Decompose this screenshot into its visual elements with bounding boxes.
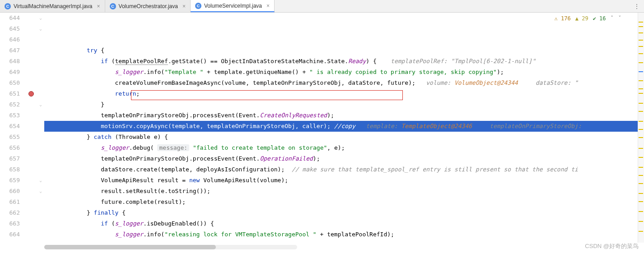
watermark: CSDN @好奇的菜鸟 [585,242,639,250]
code-line[interactable]: templateOnPrimaryStoreObj.processEvent(E… [44,110,644,121]
tab-label: VirtualMachineManagerImpl.java [14,3,93,9]
code-line[interactable]: VolumeApiResult result = new VolumeApiRe… [44,175,644,186]
stripe-mark[interactable] [639,211,643,212]
stripe-mark[interactable] [639,88,643,89]
fold-gutter[interactable]: ⌄⌄⌄⌄⌄ [37,13,44,243]
editor-tab[interactable]: CVolumeServiceImpl.java× [191,0,275,12]
stripe-mark[interactable] [639,157,643,158]
stripe-mark[interactable] [639,53,643,54]
editor-tabs: CVirtualMachineManagerImpl.java×CVolumeO… [0,0,644,13]
warning-icon[interactable]: ⚠ 176 [555,15,571,22]
java-class-icon: C [195,3,201,9]
close-icon[interactable]: × [182,3,186,9]
code-line[interactable]: if (s_logger.isDebugEnabled()) { [44,218,644,229]
code-line[interactable]: } catch (Throwable e) { [44,132,644,143]
line-number-gutter: 6446456466476486496506516526536546556566… [0,13,25,243]
stripe-mark[interactable] [639,93,643,94]
stripe-mark[interactable] [639,32,643,33]
code-line[interactable]: dataStore.create(template, deployAsIsCon… [44,164,644,175]
stripe-mark[interactable] [639,40,643,41]
code-line[interactable]: } [44,240,644,243]
stripe-mark[interactable] [639,183,643,184]
code-line[interactable]: } finally { [44,207,644,218]
code-editor[interactable]: 6446456466476486496506516526536546556566… [0,13,644,243]
error-stripe[interactable] [638,13,644,243]
stripe-mark[interactable] [639,103,643,104]
stripe-mark[interactable] [639,221,643,222]
close-icon[interactable]: × [97,3,100,9]
stripe-mark[interactable] [639,111,643,112]
stripe-mark[interactable] [639,167,643,168]
stripe-mark[interactable] [639,231,643,232]
stripe-mark[interactable] [639,22,643,23]
code-line[interactable]: createVolumeFromBaseImageAsync(volume, t… [44,78,644,88]
code-line[interactable]: result.setResult(e.toString()); [44,186,644,197]
breakpoint-icon[interactable] [28,91,34,97]
code-line[interactable]: s_logger.info("Template " + template.get… [44,67,644,78]
inspection-summary[interactable]: ⚠ 176 ▲ 29 ✔ 16 ˆ ˇ [555,15,621,22]
editor-tab[interactable]: CVirtualMachineManagerImpl.java× [0,0,105,12]
scrollbar-thumb[interactable] [44,245,216,249]
stripe-mark[interactable] [639,148,643,149]
editor-tab[interactable]: CVolumeOrchestrator.java× [105,0,191,12]
stripe-mark[interactable] [639,201,643,202]
breakpoint-gutter[interactable] [25,13,37,243]
code-area[interactable]: try { if (templatePoolRef.getState() == … [44,13,644,243]
stripe-mark[interactable] [639,71,643,72]
tab-label: VolumeServiceImpl.java [204,3,262,9]
horizontal-scrollbar[interactable] [44,245,297,249]
stripe-mark[interactable] [639,175,643,176]
java-class-icon: C [5,3,11,9]
stripe-mark[interactable] [639,26,643,27]
stripe-mark[interactable] [639,193,643,194]
java-class-icon: C [110,3,116,9]
code-line[interactable]: } [44,99,644,110]
ok-icon[interactable]: ✔ 16 [593,15,606,22]
code-line[interactable]: future.complete(result); [44,197,644,207]
code-line[interactable]: motionSrv.copyAsync(template, templateOn… [44,121,644,132]
code-line[interactable]: return; [44,88,644,99]
stripe-mark[interactable] [639,137,643,138]
stripe-mark[interactable] [639,121,643,122]
next-highlight-icon[interactable]: ˇ [618,15,621,22]
code-line[interactable]: try { [44,45,644,56]
weak-warning-icon[interactable]: ▲ 29 [575,15,588,22]
prev-highlight-icon[interactable]: ˆ [611,15,614,22]
close-icon[interactable]: × [266,3,270,9]
stripe-mark[interactable] [639,80,643,81]
code-line[interactable]: s_logger.debug( message: "failed to crea… [44,143,644,153]
more-icon[interactable]: ⋮ [630,0,644,12]
stripe-mark[interactable] [639,62,643,63]
code-line[interactable]: templateOnPrimaryStoreObj.processEvent(E… [44,153,644,164]
code-line[interactable]: if (templatePoolRef.getState() == Object… [44,56,644,67]
code-line[interactable]: s_logger.info("releasing lock for VMTemp… [44,229,644,240]
tab-label: VolumeOrchestrator.java [119,3,178,9]
stripe-mark[interactable] [639,129,643,130]
stripe-mark[interactable] [639,46,643,47]
